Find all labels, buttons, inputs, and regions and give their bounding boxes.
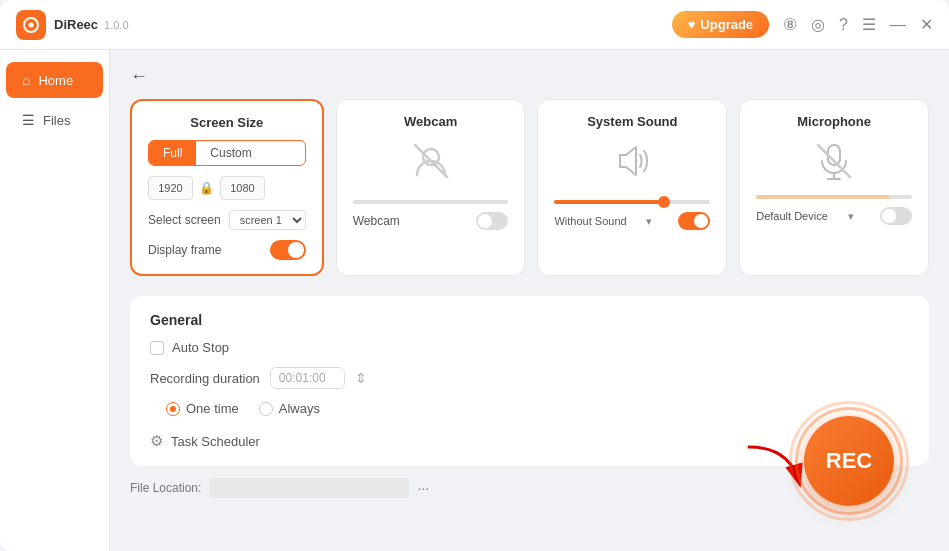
file-location-label: File Location: <box>130 481 201 495</box>
microphone-bottom: Default Device ▾ <box>756 207 912 225</box>
rec-button[interactable]: REC <box>804 416 894 506</box>
one-time-option[interactable]: One time <box>166 401 239 416</box>
back-arrow-icon: ← <box>130 66 148 87</box>
recording-duration-label: Recording duration <box>150 371 260 386</box>
record-circle-icon[interactable]: ◎ <box>811 15 825 34</box>
select-screen-row: Select screen screen 1 <box>148 210 306 230</box>
custom-tab[interactable]: Custom <box>196 141 265 165</box>
sidebar-item-home[interactable]: ⌂ Home <box>6 62 103 98</box>
coin-icon[interactable]: ⑧ <box>783 15 797 34</box>
system-sound-card: System Sound Without <box>537 99 727 276</box>
title-bar: DiReec 1.0.0 ♥ Upgrade ⑧ ◎ ? ☰ — ✕ <box>0 0 949 50</box>
webcam-toggle[interactable] <box>476 212 508 230</box>
duration-input[interactable] <box>270 367 345 389</box>
recording-duration-row: Recording duration ⇕ <box>150 367 909 389</box>
microphone-title: Microphone <box>797 114 871 129</box>
main-content: ← Screen Size Full Custom 🔒 <box>110 50 949 551</box>
webcam-bottom-row: Webcam <box>353 212 509 230</box>
cards-row: Screen Size Full Custom 🔒 Select screen … <box>130 99 929 276</box>
screen-size-title: Screen Size <box>148 115 306 130</box>
webcam-slider-row <box>353 200 509 204</box>
dropdown-arrow[interactable]: ▾ <box>646 215 652 228</box>
display-frame-row: Display frame <box>148 240 306 260</box>
screen-size-card: Screen Size Full Custom 🔒 Select screen … <box>130 99 324 276</box>
height-input[interactable] <box>220 176 265 200</box>
webcam-label: Webcam <box>353 214 400 228</box>
full-tab[interactable]: Full <box>149 141 196 165</box>
microphone-slider[interactable] <box>756 195 912 199</box>
webcam-icon <box>409 139 453 192</box>
general-title: General <box>150 312 909 328</box>
system-sound-icon <box>610 139 654 192</box>
upgrade-label: Upgrade <box>700 17 753 32</box>
default-device-label: Default Device <box>756 210 828 222</box>
mic-dropdown-arrow[interactable]: ▾ <box>848 210 854 223</box>
screen-select[interactable]: screen 1 <box>229 210 306 230</box>
display-frame-label: Display frame <box>148 243 221 257</box>
app-name: DiReec <box>54 17 98 32</box>
always-label: Always <box>279 401 320 416</box>
system-sound-slider[interactable] <box>554 200 710 204</box>
toggle-knob <box>288 242 304 258</box>
heart-icon: ♥ <box>688 17 696 32</box>
auto-stop-label: Auto Stop <box>172 340 229 355</box>
rec-label: REC <box>826 448 872 474</box>
microphone-card: Microphone Default <box>739 99 929 276</box>
app-logo <box>16 10 46 40</box>
lock-icon: 🔒 <box>199 181 214 195</box>
mic-slider-fill <box>756 195 888 199</box>
window-controls: — ✕ <box>890 17 933 33</box>
system-sound-title: System Sound <box>587 114 677 129</box>
system-sound-toggle-knob <box>694 214 708 228</box>
microphone-icon <box>812 139 856 187</box>
microphone-toggle-knob <box>882 209 896 223</box>
rec-area: REC <box>739 411 899 511</box>
minimize-button[interactable]: — <box>890 17 906 33</box>
screen-size-tabs: Full Custom <box>148 140 306 166</box>
sidebar-item-files[interactable]: ☰ Files <box>6 102 103 138</box>
help-icon[interactable]: ? <box>839 16 848 34</box>
auto-stop-row: Auto Stop <box>150 340 909 355</box>
duration-spinner[interactable]: ⇕ <box>355 370 367 386</box>
select-screen-label: Select screen <box>148 213 221 227</box>
sidebar: ⌂ Home ☰ Files <box>0 50 110 551</box>
sound-slider-knob <box>658 196 670 208</box>
microphone-toggle[interactable] <box>880 207 912 225</box>
resolution-row: 🔒 <box>148 176 306 200</box>
app-version: 1.0.0 <box>104 19 128 31</box>
always-radio[interactable] <box>259 402 273 416</box>
auto-stop-checkbox[interactable] <box>150 341 164 355</box>
webcam-toggle-knob <box>478 214 492 228</box>
sidebar-item-home-label: Home <box>38 73 73 88</box>
system-sound-toggle[interactable] <box>678 212 710 230</box>
close-button[interactable]: ✕ <box>920 17 933 33</box>
webcam-title: Webcam <box>404 114 457 129</box>
one-time-label: One time <box>186 401 239 416</box>
system-sound-bottom: Without Sound ▾ <box>554 212 710 230</box>
sidebar-item-files-label: Files <box>43 113 70 128</box>
display-frame-toggle[interactable] <box>270 240 306 260</box>
home-icon: ⌂ <box>22 72 30 88</box>
gear-icon: ⚙ <box>150 432 163 450</box>
width-input[interactable] <box>148 176 193 200</box>
more-button[interactable]: ··· <box>417 480 429 496</box>
back-button[interactable]: ← <box>130 66 929 87</box>
upgrade-button[interactable]: ♥ Upgrade <box>672 11 769 38</box>
one-time-radio[interactable] <box>166 402 180 416</box>
webcam-card: Webcam Webcam <box>336 99 526 276</box>
task-scheduler-label: Task Scheduler <box>171 434 260 449</box>
without-sound-label: Without Sound <box>554 215 626 227</box>
files-icon: ☰ <box>22 112 35 128</box>
webcam-slider-track[interactable] <box>353 200 509 204</box>
always-option[interactable]: Always <box>259 401 320 416</box>
menu-icon[interactable]: ☰ <box>862 15 876 34</box>
rec-button-container: REC <box>799 411 899 511</box>
sound-slider-fill <box>554 200 663 204</box>
title-icons: ⑧ ◎ ? ☰ <box>783 15 876 34</box>
file-path-bar <box>209 478 409 498</box>
